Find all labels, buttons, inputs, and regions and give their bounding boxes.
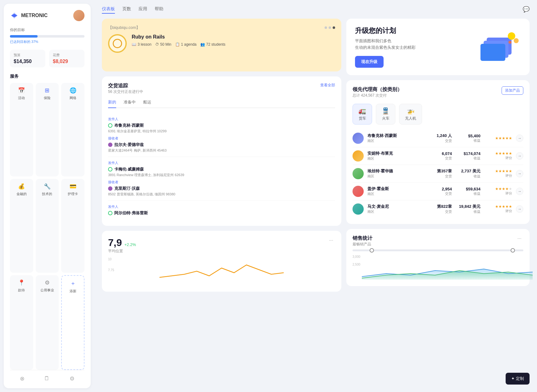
sales-chart: 3,000 2,500 [353,255,523,280]
service-item-insurance[interactable]: ⊞ 保险 [36,83,59,176]
chart-y-label-775: 7.75 [108,268,114,272]
dealer-arrow-5[interactable]: → [516,205,523,213]
drone-icon: 🚁 [407,107,415,115]
service-item-network[interactable]: 🌐 网络 [61,83,84,176]
layers-icon[interactable]: ⊗ [20,375,25,382]
course-meta-students: 👥 72 students [200,42,225,47]
cat-tab-drone[interactable]: 🚁 无人机 [399,104,422,125]
agenda-value: 1 agenda [181,42,197,47]
delivery-role-receiver-1: 接收者 [108,136,335,141]
dealer-arrow-2[interactable]: → [516,152,523,160]
lessons-value: 3 lesson [138,42,152,47]
dealer-arrow-4[interactable]: → [516,188,523,195]
nav-tab-dashboard[interactable]: 仪表板 [102,5,115,14]
dealer-avatar-3 [353,168,364,179]
service-item-utility[interactable]: ⚙ 公用事业 [36,275,59,370]
nav-tab-pages[interactable]: 页数 [122,5,131,14]
insurance-icon: ⊞ [45,87,49,94]
sidebar: METRONIC 你的目标 已达到目标的 37% 预算 $14,350 花费 $… [4,4,91,388]
delivery-tab-shipping[interactable]: 船运 [143,99,151,107]
service-item-tech[interactable]: 🔧 技术的 [36,179,59,272]
dealer-row-1: 布鲁克林·西蒙斯 南区 1,240 人 交货 $5,400 收益 ★★★★★ [353,130,523,147]
dealer-trans-1: 1,240 人 [430,133,452,139]
delivery-role-sender-1: 发件人 [108,117,335,121]
dealer-trans-3: 第357章 [430,168,452,174]
cat-tab-train[interactable]: 🚆 火车 [376,104,395,125]
service-name-activity: 活动 [18,96,25,100]
slider-handle-right[interactable] [511,248,515,253]
dealer-arrow-1[interactable]: → [516,134,523,142]
delivery-tab-preparing[interactable]: 准备中 [124,99,136,107]
delivery-item-3: 发件人 阿尔伯特·弗洛雷斯 [108,201,335,220]
dealer-rev-label-1: 收益 [456,138,480,143]
receiver-icon-1 [108,143,112,147]
stat-mini-chart [108,259,335,284]
slider-track [353,249,523,251]
customize-button[interactable]: ✦ 定制 [506,373,530,385]
dealer-stat-2: 6,074 交货 [430,151,452,161]
dealer-row-4: 盖伊·霍金斯 南区 2,954 交货 $59,634 收益 ★★★★★ 评分 [353,183,523,200]
settings-icon[interactable]: ⚙ [70,375,75,382]
service-item-add[interactable]: ＋ 添新 [61,275,84,370]
dealer-revenue-1: $5,400 收益 [456,134,480,143]
service-item-hospitality[interactable]: 📍 款待 [10,275,33,370]
slider-handle-left[interactable] [370,248,374,253]
receipt-icon[interactable]: 🗒 [44,375,50,382]
dealer-trans-4: 2,954 [430,187,452,191]
dealer-region-4: 南区 [367,192,426,196]
upgrade-button[interactable]: 现在升级 [355,56,384,68]
delivery-tab-new[interactable]: 新的 [108,99,116,108]
dealer-trans-5: 第822章 [430,204,452,209]
stat-more-button[interactable]: ··· [327,237,335,244]
svg-point-5 [508,41,512,44]
students-icon: 👥 [200,42,205,47]
notification-icon[interactable]: 💬 [523,6,530,13]
service-name-network: 网络 [70,96,76,100]
delivery-sender-name-2: 卡梅伦·威廉姆森 [108,166,335,172]
upgrade-desc: 平面插图和我们多色 生动的未混合紫色头发女士的精彩 [355,38,416,51]
cat-tab-truck[interactable]: 🚛 货车 [353,104,372,125]
network-icon: 🌐 [70,87,76,94]
course-dots [325,26,335,29]
train-icon: 🚆 [382,107,389,115]
sales-more-button[interactable]: ··· [516,235,523,242]
avatar[interactable] [73,10,84,21]
delivery-receiver-name-1: 拉尔夫·爱德华兹 [108,142,335,148]
dealer-rev-val-3: 2,737 美元 [456,168,480,174]
service-item-finance[interactable]: 💰 金融的 [10,179,33,272]
services-grid: 📅 活动 ⊞ 保险 🌐 网络 💰 金融的 🔧 技术的 💳 护理卡 📍 款待 ⚙ [10,83,84,370]
nav-tabs: 仪表板 页数 应用 帮助 [102,5,163,14]
add-product-button[interactable]: 添加产品 [502,86,523,95]
expense-label: 花费 [53,53,81,57]
nav-tab-help[interactable]: 帮助 [155,5,163,14]
dealer-stars-2: ★★★★★ [484,151,512,156]
dealer-revenue-4: $59,634 收益 [456,187,480,196]
dealer-name-5: 马文·麦金尼 [367,204,426,209]
left-column: 【biqubiqu.com】 Ruby on Rails [102,19,341,385]
service-item-activity[interactable]: 📅 活动 [10,83,33,176]
dealer-name-4: 盖伊·霍金斯 [367,186,426,192]
delivery-view-all[interactable]: 查看全部 [320,83,335,88]
delivery-sender-name-3: 阿尔伯特·弗洛雷斯 [108,210,335,216]
dealer-rev-label-3: 收益 [456,174,480,179]
duration-value: 50 Min [160,42,171,47]
nav-tab-apps[interactable]: 应用 [139,5,147,14]
dealer-region-5: 南区 [367,209,426,214]
avatar-image [73,10,84,21]
svg-point-3 [508,32,515,40]
stat-chart-area: 10 7.75 [108,258,335,285]
sender-icon-1 [108,123,112,128]
dealer-arrow-3[interactable]: → [516,170,523,177]
dealer-name-1: 布鲁克林·西蒙斯 [367,133,426,139]
service-item-care[interactable]: 💳 护理卡 [61,179,84,272]
delivery-header: 交货追踪 56 次交付正在进行中 查看全部 [108,83,335,98]
service-name-utility: 公用事业 [40,288,54,293]
utility-icon: ⚙ [45,279,50,286]
dealer-info-3: 埃丝特·霍华德 南区 [367,168,426,179]
budget-row: 预算 $14,350 花费 $8,029 [10,50,84,67]
dealer-rating-label-2: 评分 [484,156,512,160]
dealer-region-2: 南区 [367,156,426,161]
dealers-card: 领先代理商（按类别） 总计 424,567 次交付 添加产品 🚛 货车 🚆 火车 [346,80,530,224]
dealer-trans-label-5: 交货 [430,209,452,214]
dealers-header: 领先代理商（按类别） 总计 424,567 次交付 添加产品 [353,86,523,103]
